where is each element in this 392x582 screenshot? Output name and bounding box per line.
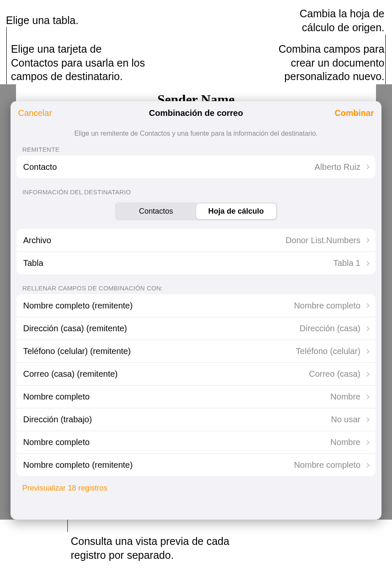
merge-field-label: Correo (casa) (remitente) bbox=[23, 369, 118, 379]
chevron-right-icon bbox=[365, 349, 369, 354]
table-row-label: Tabla bbox=[23, 258, 43, 268]
combine-button[interactable]: Combinar bbox=[327, 101, 381, 125]
segment-contacts[interactable]: Contactos bbox=[116, 204, 196, 219]
sheet-title: Combinación de correo bbox=[149, 108, 243, 118]
contact-row-value: Alberto Ruiz bbox=[315, 162, 360, 172]
merge-field-label: Nombre completo (remitente) bbox=[23, 301, 133, 311]
merge-field-row[interactable]: Nombre completo Nombre bbox=[16, 385, 376, 408]
table-row[interactable]: Tabla Tabla 1 bbox=[16, 252, 376, 274]
file-row-value: Donor List.Numbers bbox=[285, 236, 360, 245]
merge-field-value: No usar bbox=[331, 415, 360, 424]
source-segmented-control: Contactos Hoja de cálculo bbox=[11, 198, 381, 229]
file-row[interactable]: Archivo Donor List.Numbers bbox=[16, 229, 376, 252]
sheet-header: Cancelar Combinación de correo Combinar bbox=[11, 101, 381, 125]
chevron-right-icon bbox=[365, 326, 369, 331]
merge-field-row[interactable]: Dirección (trabajo) No usar bbox=[16, 408, 376, 431]
callout-change-spreadsheet: Cambia la hoja de cálculo de origen. bbox=[267, 7, 384, 34]
mail-merge-sheet: Cancelar Combinación de correo Combinar … bbox=[11, 101, 381, 520]
merge-field-row[interactable]: Nombre completo Nombre bbox=[16, 431, 376, 453]
callout-choose-table: Elige una tabla. bbox=[6, 13, 78, 27]
merge-field-row[interactable]: Correo (casa) (remitente) Correo (casa) bbox=[16, 362, 376, 385]
merge-field-label: Nombre completo bbox=[23, 437, 90, 447]
merge-field-row[interactable]: Dirección (casa) (remitente) Dirección (… bbox=[16, 317, 376, 340]
sheet-subtitle: Elige un remitente de Contactos y una fu… bbox=[11, 125, 381, 146]
merge-field-label: Nombre completo bbox=[23, 392, 90, 402]
chevron-right-icon bbox=[365, 164, 369, 169]
merge-field-row[interactable]: Nombre completo (remitente) Nombre compl… bbox=[16, 453, 376, 476]
chevron-right-icon bbox=[365, 372, 369, 376]
merge-field-label: Dirección (trabajo) bbox=[23, 415, 92, 424]
merge-field-value: Nombre completo bbox=[294, 301, 360, 311]
chevron-right-icon bbox=[365, 463, 369, 467]
merge-field-value: Nombre bbox=[331, 437, 360, 447]
merge-field-value: Correo (casa) bbox=[309, 369, 360, 379]
merge-fields-group: Nombre completo (remitente) Nombre compl… bbox=[16, 294, 376, 476]
merge-field-label: Nombre completo (remitente) bbox=[23, 460, 133, 470]
merge-field-value: Teléfono (celular) bbox=[296, 346, 360, 356]
callout-choose-contact-card: Elige una tarjeta de Contactos para usar… bbox=[11, 42, 150, 83]
merge-field-row[interactable]: Teléfono (celular) (remitente) Teléfono … bbox=[16, 340, 376, 362]
table-row-value: Tabla 1 bbox=[333, 258, 361, 268]
cancel-button[interactable]: Cancelar bbox=[11, 101, 59, 125]
contact-row[interactable]: Contacto Alberto Ruiz bbox=[16, 156, 376, 178]
merge-field-row[interactable]: Nombre completo (remitente) Nombre compl… bbox=[16, 294, 376, 317]
merge-field-label: Dirección (casa) (remitente) bbox=[23, 324, 127, 333]
chevron-right-icon bbox=[365, 303, 369, 308]
callout-preview-records: Consulta una vista previa de cada regist… bbox=[71, 534, 231, 562]
merge-field-label: Teléfono (celular) (remitente) bbox=[23, 346, 131, 356]
merge-field-value: Dirección (casa) bbox=[300, 324, 360, 333]
merge-field-value: Nombre completo bbox=[294, 460, 360, 470]
chevron-right-icon bbox=[365, 394, 369, 399]
segment-spreadsheet[interactable]: Hoja de cálculo bbox=[196, 204, 276, 219]
section-label-recipient-info: INFORMACIÓN DEL DESTINATARIO bbox=[11, 188, 381, 198]
sender-group: Contacto Alberto Ruiz bbox=[16, 156, 376, 178]
section-label-sender: REMITENTE bbox=[11, 146, 381, 156]
callout-combine-fields: Combina campos para crear un documento p… bbox=[254, 42, 384, 83]
chevron-right-icon bbox=[365, 440, 369, 445]
preview-records-link[interactable]: Previsualizar 18 registros bbox=[11, 480, 381, 493]
chevron-right-icon bbox=[365, 238, 369, 242]
section-label-fill-fields: RELLENAR CAMPOS DE COMBINACIÓN CON: bbox=[11, 284, 381, 294]
contact-row-label: Contacto bbox=[23, 162, 57, 172]
spreadsheet-group: Archivo Donor List.Numbers Tabla Tabla 1 bbox=[16, 229, 376, 274]
file-row-label: Archivo bbox=[23, 236, 51, 245]
merge-field-value: Nombre bbox=[331, 392, 360, 402]
chevron-right-icon bbox=[365, 417, 369, 422]
chevron-right-icon bbox=[365, 261, 369, 266]
